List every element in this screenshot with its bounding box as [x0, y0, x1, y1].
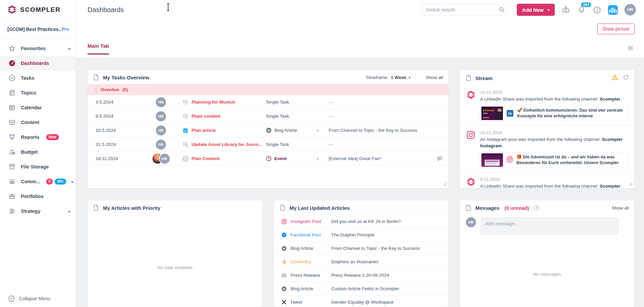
article-row[interactable]: Tweet Gender Equality @ Workspace: [274, 295, 448, 307]
article-title[interactable]: From Channel to Topic - the Key to Succe…: [331, 246, 443, 251]
add-message-input[interactable]: [481, 217, 619, 235]
article-type-link[interactable]: f Facebook Post: [281, 232, 331, 238]
help-icon[interactable]: ?: [534, 205, 539, 210]
messages-show-all-link[interactable]: Show all: [612, 205, 629, 210]
search-icon[interactable]: [499, 7, 505, 14]
document-icon: [466, 205, 471, 211]
workspace-selector[interactable]: [SCOM] Best Practices... Pro: [0, 20, 76, 39]
task-row[interactable]: 18.11.2024 HR Plan Content Event ▸ [Exte…: [88, 152, 448, 166]
article-type-link[interactable]: W Blog Article: [281, 286, 331, 292]
task-link[interactable]: Plant content: [176, 113, 266, 119]
chevron-right-icon[interactable]: ▸: [317, 157, 329, 160]
article-row[interactable]: Press Release Press Release 1 20-09-2024: [274, 268, 448, 282]
sidebar-item-strategy[interactable]: Strategy ▸: [0, 204, 76, 219]
task-article-link[interactable]: [External Idea] Great Fair!: [329, 156, 431, 161]
task-link[interactable]: Plan Content: [176, 156, 266, 162]
panel-resize-handle[interactable]: [442, 181, 447, 187]
stream-date: 10.12.2024: [480, 130, 629, 135]
assignee-avatar[interactable]: HR: [156, 140, 166, 150]
comments-button[interactable]: [431, 156, 448, 162]
sidebar-item-dashboards[interactable]: Dashboards: [0, 56, 76, 71]
academy-button[interactable]: [562, 5, 570, 14]
article-title[interactable]: Press Release 1 20-09-2024: [331, 273, 443, 278]
task-link[interactable]: Plan article: [176, 127, 266, 133]
stream-date: 9.12.2024: [480, 177, 629, 182]
task-date: 10.5.2024: [96, 128, 146, 133]
user-avatar[interactable]: HR: [624, 4, 636, 15]
sidebar-item-budget[interactable]: Budget: [0, 145, 76, 159]
sidebar-item-file-storage[interactable]: File Storage: [0, 159, 76, 174]
article-type-link[interactable]: W Blog Article: [281, 246, 331, 251]
sidebar-item-portfolios[interactable]: Portfolios: [0, 189, 76, 204]
sidebar: SCOMPLER [SCOM] Best Practices... Pro Fa…: [0, 0, 76, 307]
grid-icon: [9, 119, 15, 126]
collapse-menu-button[interactable]: Collapse Menu: [0, 290, 76, 307]
add-new-button[interactable]: Add New ▾: [517, 4, 555, 16]
panel-resize-handle[interactable]: [628, 181, 633, 187]
workspace-pro-badge[interactable]: Pro: [62, 27, 69, 32]
add-new-label: Add New: [522, 7, 544, 13]
stream-attachment[interactable]: ENGAGE 2024 in 🚀 Einheitlich kommunizier…: [480, 105, 629, 121]
caret-down-icon: ▾: [548, 8, 549, 12]
task-row[interactable]: 31.5.2024 HR Update Asset Library for Jo…: [88, 138, 448, 152]
task-link[interactable]: Update Asset Library for Journ...: [176, 142, 266, 148]
tab-main[interactable]: Main Tab: [88, 43, 109, 54]
task-row[interactable]: 3.5.2024 HR Planning for Munich Single T…: [88, 95, 448, 109]
brand-logo[interactable]: SCOMPLER: [0, 0, 76, 20]
article-title[interactable]: Custom Article Fields in Scompler: [331, 286, 443, 291]
assignee-avatar[interactable]: HR: [156, 97, 166, 107]
article-type-link[interactable]: Tweet: [281, 300, 331, 305]
overdue-label: Overdue: [101, 87, 119, 92]
brand-name: SCOMPLER: [20, 6, 61, 13]
academy-icon: [562, 6, 570, 14]
stream-channel[interactable]: Scompler: [600, 97, 620, 102]
article-title[interactable]: Gender Equality @ Workspace: [331, 300, 443, 305]
assignee-avatar[interactable]: HR: [160, 154, 170, 164]
notifications-button[interactable]: 247: [577, 5, 586, 14]
checklist-icon: [182, 142, 189, 148]
assignee-avatar[interactable]: HR: [156, 125, 166, 136]
task-row[interactable]: 10.5.2024 HR Plan article W Blog Article…: [88, 123, 448, 138]
article-type-link[interactable]: Instagram Post: [281, 219, 331, 224]
task-link[interactable]: Planning for Munich: [176, 99, 266, 105]
stream-warning-button[interactable]: [612, 74, 618, 82]
community-icon: [9, 178, 15, 185]
article-title[interactable]: Dolphins as Visionaries: [331, 259, 443, 264]
article-type-link[interactable]: Contentful: [281, 259, 331, 265]
sidebar-item-content[interactable]: Content: [0, 115, 76, 130]
article-title[interactable]: Did you visit us at KK 24 in Berlin?: [331, 219, 443, 224]
sidebar-item-favourites[interactable]: Favourites ▸: [0, 41, 76, 56]
stream-entry: 10.12.2024 A LinkedIn Share was imported…: [460, 85, 634, 126]
article-type-link[interactable]: Press Release: [281, 273, 331, 278]
show-picture-button[interactable]: Show picture: [597, 24, 635, 34]
sub-bar: Show picture: [76, 20, 644, 39]
article-row[interactable]: f Facebook Post The Dolphin Principle: [274, 228, 448, 241]
unread-count-badge: 0: [46, 179, 53, 184]
intercom-messenger-icon[interactable]: [608, 5, 618, 15]
sidebar-item-topics[interactable]: Topics: [0, 85, 76, 100]
stream-channel[interactable]: Scompler: [600, 184, 620, 189]
dashboard-content: My Tasks Overview Timeframe: 1 Week ▾ Sh…: [76, 58, 644, 307]
dashboard-settings-button[interactable]: [627, 45, 634, 53]
sidebar-item-calendar[interactable]: Calendar: [0, 100, 76, 115]
sidebar-item-tasks[interactable]: Tasks: [0, 71, 76, 85]
task-article-link[interactable]: From Channel to Topic - the Key to Succe…: [329, 128, 431, 133]
info-button[interactable]: [592, 5, 601, 14]
article-row[interactable]: W Blog Article From Channel to Topic - t…: [274, 241, 448, 255]
task-row[interactable]: 6.5.2024 HR Plant content Single Task —: [88, 109, 448, 123]
main-area: Dashboards Add New ▾: [76, 0, 644, 58]
stream-attachment[interactable]: 🎁 Die Adventszeit ist da – und wir haben…: [480, 152, 629, 168]
sidebar-item-community[interactable]: Comm... 0 99+ ▸: [0, 174, 76, 189]
search-input[interactable]: [422, 4, 508, 15]
article-row[interactable]: Instagram Post Did you visit us at KK 24…: [274, 215, 448, 228]
assignee-avatar[interactable]: HR: [156, 111, 166, 121]
tasks-show-all-link[interactable]: Show all: [426, 75, 443, 80]
messages-panel: Messages (0 unread) ? Show all HR No mes…: [460, 200, 635, 307]
sidebar-item-reports[interactable]: Reports New: [0, 130, 76, 145]
timeframe-dropdown[interactable]: Timeframe: 1 Week ▾: [366, 75, 410, 80]
article-title[interactable]: The Dolphin Principle: [331, 232, 443, 237]
chevron-right-icon[interactable]: ▸: [317, 128, 329, 132]
stream-refresh-button[interactable]: [623, 74, 629, 82]
article-row[interactable]: W Blog Article Custom Article Fields in …: [274, 282, 448, 295]
article-row[interactable]: Contentful Dolphins as Visionaries: [274, 255, 448, 268]
